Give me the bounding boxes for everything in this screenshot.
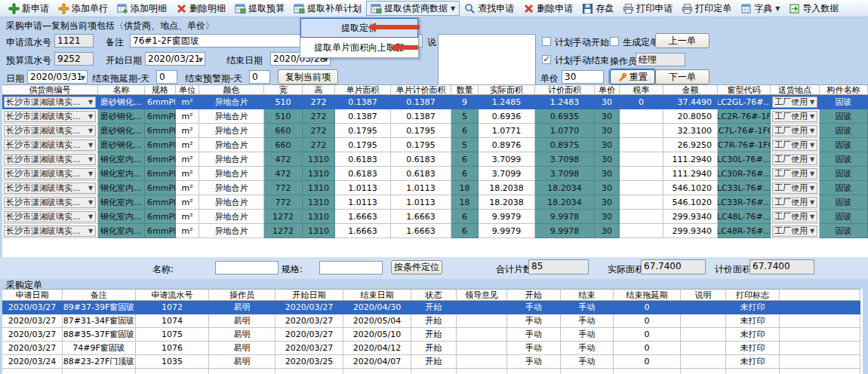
- table-cell: [620, 167, 663, 181]
- detail-row[interactable]: 长沙市潇湘玻璃实...▼磨砂钢化...6mmPLE...m²异地合片510272…: [2, 109, 868, 124]
- detail-row[interactable]: 长沙市潇湘玻璃实...▼磨砂钢化...6mmPLE...m²异地合片510272…: [2, 95, 868, 109]
- table-cell: [780, 328, 860, 342]
- table-cell: 546.1020: [663, 181, 718, 195]
- description-textarea[interactable]: [438, 34, 536, 91]
- toolbar-button-dictionary[interactable]: 字典▼: [736, 1, 784, 16]
- cell-combobox[interactable]: 工厂使用▼: [771, 195, 820, 210]
- generate-order-checkbox[interactable]: [610, 37, 619, 46]
- total-pieces-field: 85: [528, 259, 589, 274]
- cell-combobox[interactable]: 工厂使用▼: [771, 109, 820, 124]
- reset-button[interactable]: 重置: [610, 69, 655, 84]
- start-date-combobox[interactable]: 2020/03/21 ▼: [145, 52, 205, 66]
- end-delay-field[interactable]: 0: [156, 70, 177, 84]
- table-cell: LC48R-76#...: [718, 224, 771, 238]
- toolbar-button-new-application[interactable]: 新申请: [4, 1, 54, 16]
- toolbar-button-print-order[interactable]: 打印定单: [677, 1, 736, 16]
- date-combobox[interactable]: 2020/03/31 ▼: [27, 70, 88, 84]
- end-warning-field[interactable]: 0: [249, 70, 270, 84]
- extract-table-icon: [294, 3, 305, 14]
- toolbar-button-label: 删除申请: [537, 2, 573, 15]
- chevron-down-icon[interactable]: ▼: [199, 54, 203, 66]
- cell-combobox[interactable]: 工厂使用▼: [771, 152, 820, 167]
- toolbar-button-save[interactable]: 存盘: [577, 1, 618, 16]
- cell-combobox[interactable]: 工厂使用▼: [771, 224, 820, 238]
- cell-combobox[interactable]: 长沙市潇湘玻璃实...▼: [2, 124, 98, 138]
- save-floppy-icon: [582, 3, 593, 14]
- chevron-down-icon[interactable]: ▼: [451, 5, 455, 12]
- table-cell: [780, 314, 860, 328]
- table-cell: 异地合片: [199, 167, 264, 181]
- cell-combobox[interactable]: 长沙市潇湘玻璃实...▼: [2, 195, 98, 210]
- detail-row[interactable]: 长沙市潇湘玻璃实...▼钢化室内...6mmPLE...m²异地合片472131…: [2, 152, 868, 167]
- cell-combobox[interactable]: 长沙市潇湘玻璃实...▼: [2, 224, 98, 238]
- table-cell: 510: [264, 109, 303, 124]
- plan-manual-end-checkbox[interactable]: ✓: [542, 55, 551, 64]
- order-row[interactable]: 2020/03/2774#9F窗固玻1076易明2020/03/272020/0…: [2, 342, 860, 355]
- table-cell: [726, 369, 780, 374]
- operator-field[interactable]: 经理: [636, 53, 685, 66]
- toolbar-button-find-application[interactable]: 查找申请: [460, 1, 519, 16]
- plan-manual-start-checkbox[interactable]: [542, 37, 551, 46]
- chevron-down-icon[interactable]: ▼: [775, 5, 780, 12]
- table-cell: 0: [614, 314, 681, 328]
- column-header: 打印标志: [726, 290, 780, 301]
- red-arrow-annotation-2: [389, 43, 418, 52]
- order-row[interactable]: 2020/03/2787#31-34F窗固玻1074易明2020/03/2720…: [2, 314, 860, 328]
- table-cell: LC48L-76#...: [718, 210, 771, 224]
- toolbar-button-print-application[interactable]: 打印申请: [618, 1, 677, 16]
- table-cell: 9: [451, 95, 479, 109]
- detail-row[interactable]: 长沙市潇湘玻璃实...▼磨砂钢化...6mmPLE...m²异地合片660272…: [2, 124, 868, 138]
- table-cell: 1310: [303, 210, 335, 224]
- cell-combobox[interactable]: 长沙市潇湘玻璃实...▼: [2, 210, 98, 224]
- column-header: 开始日期: [275, 290, 343, 301]
- order-row[interactable]: 2020/03/2488#23-27F门顶玻1035易明2020/03/2520…: [2, 355, 860, 369]
- cell-combobox[interactable]: 长沙市潇湘玻璃实...▼: [2, 95, 98, 109]
- cell-combobox[interactable]: 工厂使用▼: [771, 124, 820, 138]
- copy-current-button[interactable]: 复制当前项: [278, 69, 338, 84]
- unit-price-field[interactable]: 30: [562, 70, 604, 84]
- detail-row[interactable]: 长沙市潇湘玻璃实...▼钢化室内...6mmPLE...m²异地合片472131…: [2, 167, 868, 181]
- cell-combobox[interactable]: 工厂使用▼: [771, 210, 820, 224]
- filter-name-input[interactable]: [215, 261, 279, 274]
- filter-spec-input[interactable]: [319, 261, 383, 274]
- toolbar-button-import-data[interactable]: 导入数据: [784, 1, 843, 16]
- cell-combobox[interactable]: 长沙市潇湘玻璃实...▼: [2, 152, 98, 167]
- cell-combobox[interactable]: 工厂使用▼: [771, 167, 820, 181]
- cell-combobox[interactable]: 工厂使用▼: [771, 138, 820, 152]
- table-cell: 1.6663: [335, 224, 391, 238]
- detail-row[interactable]: 长沙市潇湘玻璃实...▼钢化室内...6mmPLE...m²异地合片772131…: [2, 195, 868, 210]
- cell-combobox[interactable]: 工厂使用▼: [771, 95, 820, 109]
- toolbar-button-add-single-row[interactable]: 添加单行: [54, 1, 112, 16]
- locate-by-condition-button[interactable]: 按条件定位: [391, 260, 442, 274]
- toolbar-button-extract-supplier-data[interactable]: 提取供货商数据▼: [366, 1, 460, 16]
- table-cell: 0.8975: [535, 138, 595, 152]
- detail-row[interactable]: 长沙市潇湘玻璃实...▼钢化室内...6mmPLE...m²异地合片127213…: [2, 210, 868, 224]
- order-row[interactable]: [2, 369, 860, 374]
- toolbar-button-extract-budget[interactable]: 提取预算: [230, 1, 289, 16]
- table-cell: 272: [303, 95, 335, 109]
- cell-combobox[interactable]: 长沙市潇湘玻璃实...▼: [2, 138, 98, 152]
- toolbar-button-delete-application[interactable]: 删除申请: [519, 1, 577, 16]
- toolbar-button-add-detail[interactable]: 添加明细: [112, 1, 171, 16]
- detail-row[interactable]: 长沙市潇湘玻璃实...▼钢化室内...6mmPLE...m²异地合片127213…: [2, 224, 868, 238]
- cell-combobox[interactable]: 长沙市潇湘玻璃实...▼: [2, 181, 98, 195]
- cell-combobox[interactable]: 长沙市潇湘玻璃实...▼: [2, 167, 98, 181]
- next-order-button[interactable]: 下一单: [655, 69, 709, 84]
- cell-combobox[interactable]: 长沙市潇湘玻璃实...▼: [2, 109, 98, 124]
- budget-serial-field[interactable]: 9252: [54, 52, 94, 66]
- chevron-down-icon[interactable]: ▼: [81, 72, 85, 84]
- toolbar-button-extract-supplement-plan[interactable]: 提取补单计划: [289, 1, 366, 16]
- serial-field[interactable]: 1121: [54, 34, 94, 48]
- order-row[interactable]: 2020/03/2788#35-37F窗固玻1075易明2020/03/2720…: [2, 328, 860, 342]
- chevron-down-icon: ▼: [808, 185, 817, 192]
- toolbar-button-delete-detail[interactable]: 删除明细: [171, 1, 230, 16]
- order-row[interactable]: 2020/03/2789#37-39F窗固玻1072易明2020/03/2720…: [2, 301, 860, 314]
- cell-combobox[interactable]: 工厂使用▼: [771, 181, 820, 195]
- table-cell: 18: [451, 195, 479, 210]
- toolbar-button-label: 提取预算: [248, 2, 285, 15]
- detail-row[interactable]: 长沙市潇湘玻璃实...▼钢化室内...6mmPLE...m²异地合片772131…: [2, 181, 868, 195]
- table-cell: 2020/04/12: [343, 342, 411, 355]
- prev-order-button[interactable]: 上一单: [655, 33, 709, 48]
- table-cell: 6mmPLE...: [145, 152, 176, 167]
- detail-row[interactable]: 长沙市潇湘玻璃实...▼磨砂钢化...6mmPLE...m²异地合片660272…: [2, 138, 868, 152]
